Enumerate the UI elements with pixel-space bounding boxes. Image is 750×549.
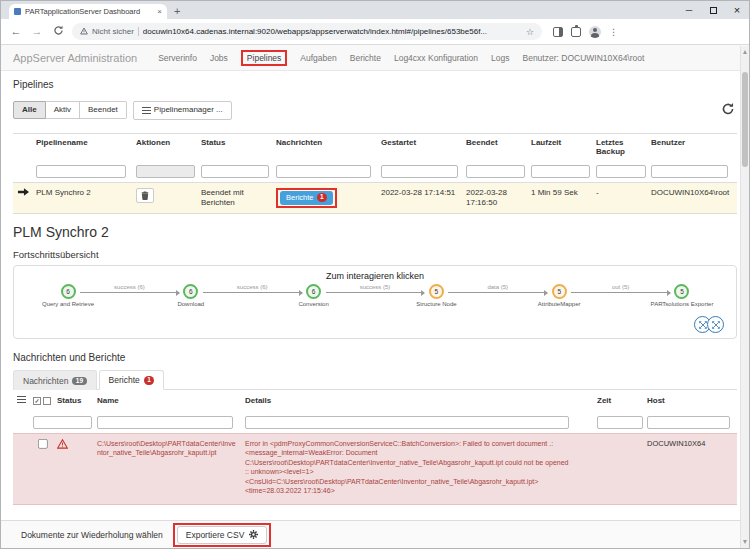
mheader-details[interactable]: Details [245, 396, 597, 405]
filter-pipelinename-input[interactable] [36, 165, 126, 178]
header-gestartet[interactable]: Gestartet [381, 138, 466, 147]
user-label[interactable]: Benutzer: DOCUWIN10X64\root [523, 53, 645, 63]
forward-icon[interactable]: → [30, 26, 44, 37]
header-beendet[interactable]: Beendet [466, 138, 531, 147]
edge-2: success (6) [213, 284, 292, 318]
node-label: Structure Node [416, 301, 456, 307]
security-label[interactable]: Nicht sicher [92, 27, 134, 36]
mfilter-details-input[interactable] [245, 416, 569, 429]
mfilter-name-input[interactable] [97, 416, 233, 429]
mfilter-zeit-input[interactable] [597, 416, 643, 429]
node-label: Download [177, 301, 204, 307]
filter-gestartet-input[interactable] [381, 165, 458, 178]
nav-item-pipelines[interactable]: Pipelines [247, 53, 282, 63]
filter-aktionen-input [136, 165, 195, 178]
node-partsolutions-exporter[interactable]: 5 PARTsolutions Exporter [660, 284, 704, 318]
node-attributemapper[interactable]: 5 AttributeMapper [537, 284, 581, 318]
footer-bar: Dokumente zur Wiederholung wählen Export… [1, 520, 749, 548]
mfilter-status-input[interactable] [33, 416, 92, 429]
mheader-zeit[interactable]: Zeit [597, 396, 647, 405]
node-conversion[interactable]: 6 Conversion [292, 284, 336, 318]
nav-item-jobs[interactable]: Jobs [210, 53, 228, 63]
header-pipelinename[interactable]: Pipelinename [36, 138, 136, 147]
header-aktionen[interactable]: Aktionen [136, 138, 201, 147]
browser-toolbar: ← → Nicht sicher docuwin10x64.cadenas.in… [1, 19, 749, 45]
page-scrollbar[interactable] [740, 46, 749, 548]
nav-item-berichte[interactable]: Berichte [350, 53, 381, 63]
pipelinemanager-button[interactable]: Pipelinemanager ... [133, 101, 232, 120]
arrows-out-icon [711, 320, 721, 330]
report-row-checkbox[interactable] [38, 439, 48, 449]
side-panel-icon[interactable] [553, 27, 563, 37]
reload-icon[interactable] [51, 25, 65, 38]
annotation-box-berichte: Berichte 1 [276, 188, 337, 208]
nav-item-serverinfo[interactable]: Serverinfo [158, 53, 197, 63]
filter-beendet-button[interactable]: Beendet [80, 101, 127, 119]
url-text[interactable]: docuwin10x64.cadenas.internal:9020/webap… [143, 27, 522, 36]
select-retry-documents-label[interactable]: Dokumente zur Wiederholung wählen [21, 530, 163, 540]
pipeline-diagram[interactable]: Zum interagieren klicken 6 Query and Ret… [13, 265, 737, 339]
report-row[interactable]: C:\Users\root\Desktop\PARTdataCenter\Inv… [13, 433, 737, 505]
header-laufzeit[interactable]: Laufzeit [531, 138, 596, 147]
filter-beendet-input[interactable] [466, 165, 525, 178]
tab-close-icon[interactable]: × [157, 7, 162, 16]
tab-berichte[interactable]: Berichte 1 [99, 370, 165, 390]
berichte-button[interactable]: Berichte 1 [280, 191, 333, 205]
node-count: 5 [429, 284, 444, 299]
scroll-down-icon[interactable] [743, 540, 747, 544]
mheader-name[interactable]: Name [97, 396, 245, 405]
delete-pipeline-button[interactable] [136, 188, 154, 203]
address-bar[interactable]: Nicht sicher docuwin10x64.cadenas.intern… [72, 23, 542, 40]
node-label: Conversion [298, 301, 328, 307]
close-window-button[interactable]: × [725, 1, 749, 19]
back-icon[interactable]: ← [9, 26, 23, 37]
scrollbar-thumb[interactable] [742, 72, 748, 167]
new-tab-button[interactable]: + [174, 5, 180, 17]
mfilter-host-input[interactable] [647, 416, 730, 429]
diagram-expand-button[interactable] [707, 316, 724, 333]
maximize-button[interactable] [701, 1, 725, 19]
node-query-and-retrieve[interactable]: 6 Query and Retrieve [46, 284, 90, 318]
tab-nachrichten[interactable]: Nachrichten 19 [13, 370, 97, 390]
header-benutzer[interactable]: Benutzer [651, 138, 737, 147]
filter-status-input[interactable] [201, 165, 269, 178]
node-download[interactable]: 6 Download [169, 284, 213, 318]
filter-nachrichten-input[interactable] [276, 165, 371, 178]
pipeline-row[interactable]: PLM Synchro 2 Beendet mit Berichten Beri… [13, 182, 737, 215]
report-name-cell: C:\Users\root\Desktop\PARTdataCenter\Inv… [97, 439, 245, 458]
extensions-icon[interactable] [571, 27, 581, 37]
export-csv-button[interactable]: Exportiere CSV [177, 526, 268, 544]
nav-item-log4cxx[interactable]: Log4cxx Konfiguration [394, 53, 478, 63]
select-all-checked-icon[interactable]: ✓ [33, 397, 41, 405]
node-count: 5 [552, 284, 567, 299]
node-count: 6 [306, 284, 321, 299]
bookmark-star-icon[interactable]: ☆ [526, 27, 534, 37]
mheader-host[interactable]: Host [647, 396, 737, 405]
browser-tab[interactable]: PARTapplicationServer Dashboard × [9, 4, 167, 19]
pipeline-ended-cell: 2022-03-28 17:16:50 [466, 188, 531, 209]
security-warning-icon[interactable] [80, 27, 88, 37]
nav-item-aufgaben[interactable]: Aufgaben [300, 53, 336, 63]
row-expand-arrow-icon[interactable] [13, 188, 36, 199]
filter-alle-button[interactable]: Alle [13, 101, 46, 119]
nav-item-logs[interactable]: Logs [491, 53, 509, 63]
mheader-status[interactable]: Status [57, 396, 97, 405]
pipeline-name-cell[interactable]: PLM Synchro 2 [36, 188, 136, 198]
refresh-button[interactable] [721, 102, 735, 119]
select-none-icon[interactable] [43, 397, 51, 405]
header-nachrichten[interactable]: Nachrichten [276, 138, 381, 147]
messages-table: ✓ Status Name Details Zeit Host [13, 390, 737, 504]
edge-4: data (5) [458, 284, 537, 318]
browser-menu-icon[interactable]: ⋮ [609, 27, 618, 37]
minimize-button[interactable]: ─ [677, 1, 701, 19]
node-structure-node[interactable]: 5 Structure Node [414, 284, 458, 318]
filter-laufzeit-input[interactable] [531, 165, 590, 178]
header-letztes-backup[interactable]: Letztes Backup [596, 138, 651, 156]
header-status[interactable]: Status [201, 138, 276, 147]
filter-aktiv-button[interactable]: Aktiv [46, 101, 80, 119]
table-menu-icon[interactable] [17, 394, 26, 405]
profile-avatar[interactable] [589, 26, 601, 38]
scroll-up-icon[interactable] [743, 50, 747, 54]
filter-backup-input[interactable] [596, 165, 646, 178]
filter-benutzer-input[interactable] [651, 165, 728, 178]
